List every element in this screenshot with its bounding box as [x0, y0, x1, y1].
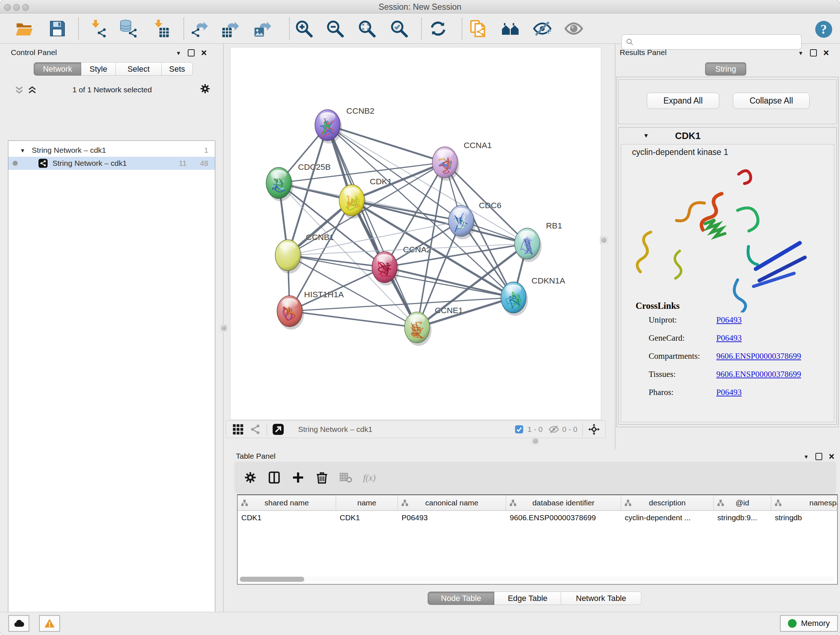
function-builder-button[interactable]: f(x) [363, 470, 377, 485]
grid-view-icon[interactable] [232, 423, 244, 435]
import-network-icon[interactable] [88, 19, 108, 38]
hidden-eye-icon[interactable] [548, 424, 559, 435]
network-canvas[interactable]: CCNB2 CCNA1 CDC25B CDK1 CDC6 R [231, 48, 601, 420]
column-source-icon [717, 499, 725, 507]
edge-ccnb2-ccna1[interactable] [327, 125, 445, 163]
edge-hist1h1a-ccne1[interactable] [290, 311, 417, 328]
network-view[interactable]: CCNB2 CCNA1 CDC25B CDK1 CDC6 R [230, 47, 601, 420]
hidden-count: 0 - 0 [562, 425, 577, 434]
network-row-selected[interactable]: String Network – cdk1 11 48 [8, 157, 215, 170]
column-header-shared-name[interactable]: shared name [238, 495, 336, 510]
birdseye-view-icon[interactable] [272, 423, 284, 435]
share-network-icon[interactable] [249, 423, 262, 435]
zoom-in-icon[interactable] [294, 19, 314, 38]
network-edge-count: 48 [200, 159, 208, 168]
network-options-gear-icon[interactable] [199, 82, 211, 95]
export-image-icon[interactable] [253, 19, 272, 38]
node-ccna1[interactable]: CCNA1 [432, 141, 492, 181]
node-rb1[interactable]: RB1 [515, 221, 562, 262]
control-panel: Control Panel ▼ × NetworkStyleSelectSets… [0, 43, 224, 612]
collapse-all-tree-icon[interactable] [14, 85, 25, 94]
crosslink-link[interactable]: 9606.ENSP00000378699 [716, 352, 801, 361]
results-panel-controls: ▼ × [798, 49, 829, 57]
close-results-icon[interactable]: × [823, 50, 829, 56]
crosslink-link[interactable]: P06493 [716, 333, 742, 343]
tab-sets[interactable]: Sets [161, 62, 193, 76]
column-header-description[interactable]: description [621, 495, 714, 510]
collapse-table-icon[interactable]: ▼ [804, 454, 809, 460]
open-icon[interactable] [14, 19, 34, 38]
delete-column-button[interactable] [315, 470, 329, 485]
network-collection-row[interactable]: ▼ String Network – cdk1 1 [8, 144, 215, 157]
main-toolbar: ? [0, 13, 840, 44]
column-header-@id[interactable]: @id [714, 495, 771, 510]
crosslink-link[interactable]: P06493 [716, 315, 742, 325]
tab-string[interactable]: String [705, 62, 746, 76]
crosslink-label: Pharos: [649, 388, 674, 397]
node-cdkn1a[interactable]: CDKN1A [501, 276, 566, 316]
memory-button[interactable]: Memory [780, 615, 838, 632]
help-button[interactable]: ? [814, 19, 834, 39]
delete-table-button[interactable] [339, 470, 353, 485]
zoom-out-icon[interactable] [325, 19, 345, 38]
edge-ccna2-cdkn1a[interactable] [385, 267, 513, 298]
warning-button[interactable] [39, 615, 60, 632]
expand-all-button[interactable]: Expand All [647, 93, 719, 109]
export-table-icon[interactable] [221, 19, 240, 38]
column-header-name[interactable]: name [336, 495, 398, 510]
node-cdc6[interactable]: CDC6 [448, 201, 501, 239]
hscroll-thumb[interactable] [240, 577, 304, 582]
float-results-icon[interactable] [810, 49, 817, 57]
table-settings-gear-button[interactable] [243, 470, 257, 485]
network-share-badge-icon [38, 158, 48, 168]
tab-edge-table[interactable]: Edge Table [494, 592, 561, 605]
crosslink-link[interactable]: P06493 [716, 388, 742, 397]
show-columns-button[interactable] [267, 470, 281, 485]
tree-expander-icon[interactable]: ▼ [20, 147, 25, 154]
clone-network-icon[interactable] [469, 19, 488, 38]
table-hscrollbar[interactable] [239, 576, 834, 582]
float-panel-icon[interactable] [188, 49, 195, 57]
refresh-icon[interactable] [428, 19, 448, 38]
tab-node-table[interactable]: Node Table [428, 592, 494, 605]
node-ccne1[interactable]: CCNE1 [404, 306, 463, 346]
collapse-results-icon[interactable]: ▼ [798, 50, 804, 56]
edge-ccnb1-ccna2[interactable] [288, 255, 385, 267]
close-table-icon[interactable]: × [829, 454, 835, 459]
protein-collapse-icon[interactable]: ▼ [643, 133, 649, 139]
column-header-database-identifier[interactable]: database identifier [506, 495, 621, 510]
selected-checkbox-icon[interactable] [515, 424, 524, 434]
node-ccnb1[interactable]: CCNB1 [275, 233, 334, 274]
node-cdc25b[interactable]: CDC25B [266, 162, 331, 201]
hide-eye-icon[interactable] [532, 19, 552, 38]
collapse-panel-icon[interactable]: ▼ [176, 50, 181, 56]
fit-selected-crosshair-icon[interactable] [588, 423, 600, 435]
tab-network-table[interactable]: Network Table [561, 592, 641, 605]
export-network-icon[interactable] [189, 19, 209, 38]
float-table-icon[interactable] [815, 453, 822, 460]
collapse-all-button[interactable]: Collapse All [733, 93, 810, 109]
bottom-splitter-handle[interactable] [531, 437, 539, 445]
eye-icon[interactable] [564, 19, 584, 38]
table-row[interactable]: CDK1CDK1P064939606.ENSP00000378699cyclin… [238, 511, 837, 525]
crosslink-label: Uniprot: [649, 315, 677, 325]
add-column-button[interactable] [291, 470, 305, 485]
column-header-namespace[interactable]: namespace [771, 495, 838, 510]
zoom-selected-icon[interactable] [389, 19, 409, 38]
save-icon[interactable] [47, 19, 67, 38]
right-splitter-handle[interactable] [600, 236, 608, 244]
houses-icon[interactable] [501, 19, 520, 38]
close-panel-icon[interactable]: × [201, 50, 207, 56]
tab-style[interactable]: Style [81, 62, 116, 76]
cloud-button[interactable] [8, 615, 29, 632]
crosslink-link[interactable]: 9606.ENSP00000378699 [716, 370, 801, 379]
tab-select[interactable]: Select [115, 62, 162, 76]
zoom-fit-icon[interactable] [357, 19, 377, 38]
tab-network[interactable]: Network [34, 62, 81, 76]
column-header-canonical-name[interactable]: canonical name [398, 495, 506, 510]
import-database-icon[interactable] [118, 19, 138, 38]
left-splitter-handle[interactable] [220, 324, 228, 332]
edge-ccnb2-rb1[interactable] [327, 125, 527, 244]
import-table-icon[interactable] [151, 19, 171, 38]
expand-all-tree-icon[interactable] [27, 85, 38, 94]
